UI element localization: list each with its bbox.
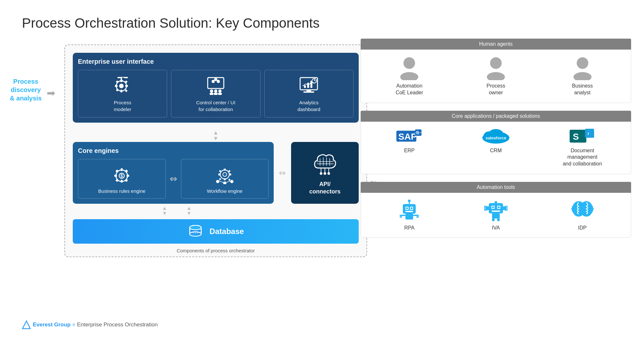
workflow-engine-card: Workflow engine: [181, 159, 269, 199]
svg-rect-29: [304, 85, 306, 88]
footer: Everest Group ® Enterprise Process Orche…: [22, 320, 158, 329]
svg-rect-6: [116, 80, 118, 83]
svg-rect-122: [484, 206, 485, 208]
sap-logo: SAP S: [396, 128, 422, 144]
svg-rect-117: [492, 211, 500, 212]
svg-point-133: [571, 208, 573, 210]
core-applications-content: SAP S ERP salesforce: [361, 122, 631, 174]
svg-rect-111: [416, 216, 419, 218]
svg-rect-2: [120, 80, 122, 82]
svg-point-83: [577, 57, 588, 69]
svg-text:›: ›: [587, 130, 589, 136]
analytics-dashboard-icon: [298, 76, 320, 95]
svg-rect-125: [507, 206, 507, 208]
svg-marker-144: [23, 321, 30, 329]
crm-label: CRM: [490, 147, 502, 154]
svg-text:salesforce: salesforce: [486, 136, 506, 140]
enterprise-ui-box: Enterprise user interface: [73, 53, 359, 123]
svg-rect-109: [400, 216, 402, 218]
svg-point-20: [210, 89, 213, 93]
svg-rect-4: [115, 85, 118, 87]
idp-label: IDP: [578, 225, 587, 231]
svg-point-136: [592, 208, 594, 210]
svg-point-24: [218, 89, 222, 93]
enterprise-ui-cards: Processmodeler: [78, 70, 354, 117]
database-label: Database: [210, 227, 244, 236]
svg-rect-104: [405, 211, 413, 212]
svg-rect-40: [125, 179, 128, 182]
iva-label: IVA: [492, 225, 500, 231]
api-connectors-icon: [309, 150, 341, 176]
svg-point-68: [320, 172, 322, 175]
svg-rect-121: [486, 206, 487, 211]
database-bar: Database: [73, 219, 359, 244]
api-connectors-label: API/connectors: [309, 181, 340, 196]
svg-rect-49: [229, 173, 231, 175]
svg-rect-37: [114, 175, 117, 177]
svg-rect-110: [413, 215, 419, 216]
svg-rect-5: [125, 85, 128, 87]
svg-point-70: [327, 172, 330, 175]
discovery-arrow-icon: ➡: [47, 87, 55, 99]
right-panels: Human agents AutomationCoE Leader Proces…: [361, 39, 631, 238]
svg-rect-46: [224, 169, 226, 171]
svg-rect-48: [218, 173, 220, 175]
svg-point-17: [212, 80, 215, 83]
business-rules-engine-card: $ Business rules engine: [78, 159, 166, 199]
svg-point-115: [492, 206, 494, 208]
idp-icon: [570, 199, 595, 222]
svg-rect-99: [403, 204, 416, 214]
rpa-label: RPA: [404, 225, 414, 231]
agent-process-owner: Processowner: [464, 56, 528, 96]
analytics-dashboard-label: Analyticsdashboard: [298, 99, 320, 113]
svg-rect-30: [307, 83, 309, 88]
core-engines-box: Core engines: [73, 142, 274, 204]
svg-rect-38: [127, 175, 129, 177]
business-rules-label: Business rules engine: [98, 188, 146, 194]
svg-rect-123: [484, 208, 485, 211]
core-engines-title: Core engines: [78, 147, 269, 154]
svg-rect-129: [497, 219, 500, 221]
svg-point-56: [230, 180, 233, 183]
svg-rect-3: [120, 90, 122, 92]
diagram-label: Components of process orchestrator: [177, 248, 255, 253]
process-modeler-icon: [111, 76, 134, 95]
everest-group-logo-icon: [22, 320, 31, 329]
svg-rect-118: [495, 201, 497, 203]
process-discovery-label: Process discovery & analysis: [0, 77, 52, 102]
main-diagram: Enterprise user interface: [64, 44, 367, 257]
automation-tools-panel: Automation tools: [361, 182, 631, 238]
double-v-arrow-icon: ▲ ▼: [213, 130, 219, 141]
svg-rect-36: [121, 180, 123, 183]
doc-management-item: S › Documentmanagementand collaboration: [550, 128, 615, 167]
enterprise-ui-title: Enterprise user interface: [78, 58, 354, 65]
svg-rect-35: [121, 168, 123, 171]
iva-item: IVA: [464, 199, 528, 231]
svg-point-103: [411, 207, 412, 209]
rpa-item: RPA: [377, 199, 441, 231]
human-agents-panel: Human agents AutomationCoE Leader Proces…: [361, 39, 631, 103]
page-title: Process Orchestration Solution: Key Comp…: [22, 15, 319, 31]
business-analyst-label: Businessanalyst: [572, 83, 593, 96]
svg-rect-47: [224, 178, 226, 180]
svg-rect-52: [219, 178, 221, 180]
svg-rect-126: [507, 208, 507, 211]
core-to-api-arrow: ⇔: [279, 142, 286, 204]
svg-point-45: [223, 173, 227, 176]
svg-rect-39: [116, 170, 119, 173]
svg-rect-127: [492, 213, 500, 219]
footer-brand: Everest Group: [33, 322, 71, 328]
core-to-db-arrows: ▲ ▼ ▲ ▼: [73, 206, 359, 216]
engine-h-arrow-icon: ⇔: [170, 173, 177, 184]
automation-tools-content: RPA: [361, 193, 631, 238]
svg-line-58: [226, 181, 231, 183]
svg-point-44: [220, 170, 229, 179]
workflow-engine-icon: [213, 165, 236, 184]
core-api-h-arrow-icon: ⇔: [279, 168, 286, 178]
svg-point-82: [487, 72, 505, 80]
svg-text:S: S: [573, 132, 579, 142]
svg-text:$: $: [120, 173, 123, 178]
control-center-label: Control center / UIfor collaboration: [196, 99, 235, 113]
control-center-card: Control center / UIfor collaboration: [171, 70, 260, 117]
svg-rect-112: [489, 203, 503, 213]
